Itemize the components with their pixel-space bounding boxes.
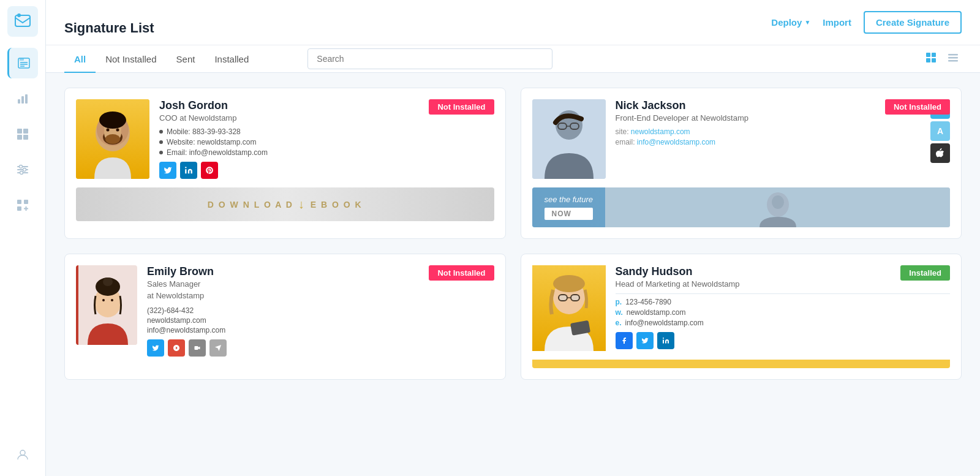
download-banner: D O W N L O A D ↓ E B O O K: [76, 187, 494, 221]
sidebar-item-profile[interactable]: [7, 439, 38, 470]
sidebar-item-apps[interactable]: [7, 190, 38, 221]
tabs-row: All Not Installed Sent Installed: [46, 45, 980, 73]
svg-rect-7: [18, 99, 20, 104]
sidebar-item-stats[interactable]: [7, 83, 38, 114]
avatar: [76, 265, 137, 345]
signature-card-nick-jackson[interactable]: Nick Jackson Front-End Developer at Newo…: [521, 88, 962, 239]
status-badge: Not Installed: [429, 99, 494, 115]
svg-rect-26: [926, 53, 930, 57]
sfb-left: see the future NOW: [532, 187, 606, 227]
pinterest-icon[interactable]: [201, 162, 218, 179]
card-detail-website: Website: newoldstamp.com: [159, 138, 494, 146]
svg-point-40: [105, 134, 120, 144]
yellow-banner: [532, 360, 951, 368]
sfb-now-button[interactable]: NOW: [545, 208, 594, 220]
grid-view-button[interactable]: [922, 49, 940, 69]
svg-point-63: [553, 275, 585, 292]
sidebar-item-templates[interactable]: [7, 119, 38, 149]
card-detail-phone: p. 123-456-7890: [616, 298, 951, 306]
svg-point-57: [111, 299, 113, 301]
font-style-button-2[interactable]: A: [930, 121, 950, 141]
card-info: Nick Jackson Front-End Developer at Newo…: [616, 99, 916, 148]
svg-rect-12: [17, 135, 22, 140]
svg-point-43: [116, 129, 119, 132]
status-badge: Not Installed: [885, 99, 950, 115]
send-icon[interactable]: [209, 339, 227, 357]
signature-card-josh-gordon[interactable]: Josh Gordon COO at Newoldstamp Mobile: 8…: [64, 88, 506, 239]
deploy-button[interactable]: Deploy ▼: [771, 17, 810, 28]
twitter-icon[interactable]: [159, 162, 176, 179]
card-detail-email: Email: info@newoldstamp.com: [159, 148, 494, 157]
main-content: Signature List Deploy ▼ Import Create Si…: [46, 0, 980, 476]
svg-rect-9: [25, 94, 28, 104]
cards-area: Josh Gordon COO at Newoldstamp Mobile: 8…: [46, 73, 980, 476]
signature-title: Sales Manager: [147, 279, 494, 289]
svg-point-18: [23, 168, 26, 172]
svg-point-25: [20, 450, 25, 455]
tab-installed[interactable]: Installed: [205, 45, 258, 73]
card-header: Sandy Hudson Head of Marketing at Newold…: [532, 265, 951, 351]
svg-rect-61: [571, 295, 579, 301]
facebook-icon[interactable]: [616, 332, 633, 349]
tab-sent[interactable]: Sent: [167, 45, 205, 73]
svg-rect-0: [15, 15, 30, 26]
download-arrow-icon: ↓: [298, 197, 306, 211]
tab-not-installed[interactable]: Not Installed: [96, 45, 166, 73]
card-header: Emily Brown Sales Manager at Newoldstamp…: [76, 265, 494, 357]
svg-rect-11: [23, 129, 28, 134]
create-signature-button[interactable]: Create Signature: [864, 11, 962, 34]
card-detail-email: info@newoldstamp.com: [147, 326, 494, 334]
app-logo[interactable]: [7, 6, 38, 37]
list-view-button[interactable]: [944, 49, 962, 69]
card-detail-website: newoldstamp.com: [147, 316, 494, 325]
svg-rect-10: [17, 129, 22, 134]
social-icons: [616, 332, 951, 349]
card-detail-site: site: newoldstamp.com: [616, 127, 916, 136]
svg-rect-22: [17, 206, 21, 211]
svg-rect-60: [559, 295, 567, 301]
video-icon[interactable]: [189, 339, 206, 357]
signature-card-emily-brown[interactable]: Emily Brown Sales Manager at Newoldstamp…: [64, 254, 506, 380]
see-future-banner: see the future NOW: [532, 187, 951, 227]
view-toggles: [922, 49, 962, 69]
card-detail-website: w. newoldstamp.com: [616, 308, 951, 317]
sidebar: [0, 0, 46, 476]
import-button[interactable]: Import: [823, 17, 851, 28]
svg-point-44: [185, 167, 186, 168]
page-header: Signature List Deploy ▼ Import Create Si…: [46, 0, 980, 45]
linkedin-icon[interactable]: [657, 332, 674, 349]
sidebar-item-signatures[interactable]: [7, 48, 38, 78]
signature-name: Sandy Hudson: [616, 265, 951, 278]
svg-point-19: [20, 172, 23, 175]
linkedin-icon[interactable]: [180, 162, 197, 179]
svg-rect-21: [24, 200, 28, 204]
social-icons: [147, 339, 494, 357]
svg-point-42: [107, 129, 110, 132]
search-input[interactable]: [307, 48, 552, 69]
avatar: [76, 99, 149, 179]
signature-card-sandy-hudson[interactable]: Sandy Hudson Head of Marketing at Newold…: [521, 254, 962, 380]
card-detail-mobile: Mobile: 883-39-93-328: [159, 127, 494, 136]
dot-icon: [159, 140, 163, 144]
status-badge: Not Installed: [429, 265, 494, 281]
twitter-icon[interactable]: [636, 332, 654, 349]
page-title: Signature List: [64, 20, 154, 36]
sidebar-bottom: [7, 439, 38, 470]
signature-title: Head of Marketing at Newoldstamp: [616, 279, 951, 289]
card-detail-phone: (322)-684-432: [147, 306, 494, 315]
signature-title: COO at Newoldstamp: [159, 113, 494, 123]
sidebar-item-settings[interactable]: [7, 154, 38, 185]
tab-all[interactable]: All: [64, 45, 96, 73]
svg-rect-29: [932, 58, 936, 62]
svg-rect-8: [21, 96, 24, 104]
svg-rect-31: [948, 57, 958, 59]
google-icon[interactable]: [168, 339, 185, 357]
signature-name: Nick Jackson: [616, 99, 916, 112]
status-badge: Installed: [900, 265, 950, 281]
see-future-banner-content: see the future NOW: [532, 187, 951, 227]
dot-icon: [159, 151, 163, 154]
apple-icon-button[interactable]: [930, 143, 950, 163]
twitter-icon[interactable]: [147, 339, 164, 357]
download-banner-content: D O W N L O A D ↓ E B O O K: [76, 187, 494, 221]
card-detail-email: email: info@newoldstamp.com: [616, 138, 916, 146]
